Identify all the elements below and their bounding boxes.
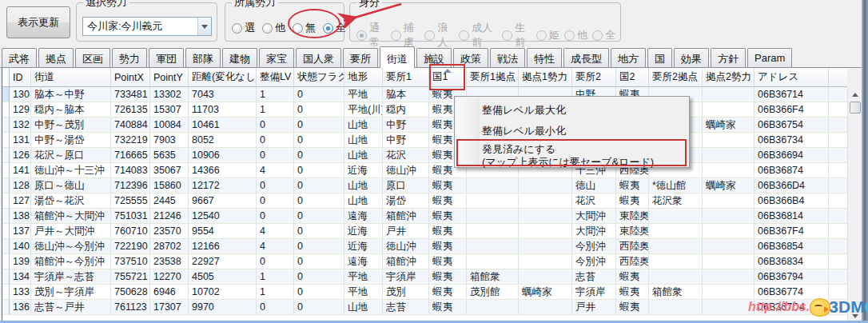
table-cell[interactable]: 12270 xyxy=(150,269,189,285)
table-cell[interactable] xyxy=(703,254,755,269)
table-cell[interactable]: 徳山沖～十三沖 xyxy=(31,163,111,178)
table-cell[interactable] xyxy=(703,285,755,300)
table-cell[interactable]: 箱館沖 xyxy=(383,254,429,269)
tab-武将[interactable]: 武将 xyxy=(2,48,37,67)
radio-option-選[interactable]: 選 xyxy=(232,21,255,35)
table-cell[interactable]: 0 xyxy=(257,209,294,224)
table-cell[interactable]: 7903 xyxy=(150,133,189,148)
table-cell[interactable]: 10702 xyxy=(189,285,257,300)
table-cell[interactable] xyxy=(703,87,755,102)
table-cell[interactable]: 穏内～脇本 xyxy=(31,102,111,118)
column-header-拠点1勢力[interactable]: 拠点1勢力 xyxy=(519,68,572,87)
table-cell[interactable]: 755721 xyxy=(111,269,150,285)
table-cell[interactable]: 06B36854 xyxy=(755,239,829,254)
radio-icon-他[interactable] xyxy=(262,23,273,34)
tab-地方[interactable]: 地方 xyxy=(611,48,646,67)
column-header-アドレス[interactable]: アドレス xyxy=(755,68,829,87)
tab-勢力[interactable]: 勢力 xyxy=(112,48,147,67)
table-cell[interactable]: 徳山沖 xyxy=(383,239,429,254)
table-cell[interactable]: 130 xyxy=(10,87,31,102)
menu-item-mark-discovered[interactable]: 発見済みにする(マップ上表示には要セーブ&ロード) xyxy=(482,142,686,169)
table-cell[interactable]: 15307 xyxy=(150,102,189,118)
table-cell[interactable]: 西陸奥 xyxy=(616,239,649,254)
table-cell[interactable]: 平地(川) xyxy=(344,102,383,118)
table-cell[interactable]: 12166 xyxy=(189,239,257,254)
row-header-cell[interactable] xyxy=(2,224,10,239)
tab-方針[interactable]: 方針 xyxy=(711,48,746,67)
table-cell[interactable]: 0 xyxy=(257,254,294,269)
table-cell[interactable]: 0 xyxy=(294,300,344,315)
refresh-button[interactable]: 表示更新 xyxy=(6,6,70,38)
table-cell[interactable]: 06B36814 xyxy=(755,209,829,224)
table-cell[interactable] xyxy=(649,239,703,254)
table-cell[interactable]: 近海 xyxy=(344,163,383,178)
table-cell[interactable]: 28702 xyxy=(150,239,189,254)
column-header-要所2拠点[interactable]: 要所2拠点 xyxy=(649,68,703,87)
table-cell[interactable]: 蝦夷 xyxy=(429,209,467,224)
table-cell[interactable]: 134 xyxy=(10,269,31,285)
table-cell[interactable]: 蝦夷 xyxy=(616,193,649,209)
table-cell[interactable]: 0 xyxy=(294,193,344,209)
table-cell[interactable]: 中野 xyxy=(383,118,429,133)
table-cell[interactable]: 平地 xyxy=(344,285,383,300)
table-cell[interactable]: 山地 xyxy=(344,133,383,148)
table-cell[interactable]: 0 xyxy=(257,148,294,163)
tab-特性[interactable]: 特性 xyxy=(527,48,562,67)
table-cell[interactable]: 山地 xyxy=(344,118,383,133)
table-cell[interactable]: 蝦夷 xyxy=(429,269,467,285)
table-cell[interactable]: 平地 xyxy=(344,87,383,102)
table-cell[interactable]: 06B367F4 xyxy=(755,224,829,239)
table-cell[interactable]: 蝦夷 xyxy=(616,178,649,193)
table-cell[interactable] xyxy=(519,239,572,254)
table-cell[interactable]: *徳山館 xyxy=(649,178,703,193)
table-cell[interactable]: 近海 xyxy=(344,224,383,239)
table-cell[interactable]: 遠海 xyxy=(344,254,383,269)
table-cell[interactable] xyxy=(649,224,703,239)
table-cell[interactable]: 今別沖 xyxy=(572,254,616,269)
table-cell[interactable] xyxy=(703,133,755,148)
table-cell[interactable]: 花沢 xyxy=(383,148,429,163)
table-cell[interactable] xyxy=(649,209,703,224)
radio-icon-無[interactable] xyxy=(293,23,303,34)
table-cell[interactable]: 戸井 xyxy=(572,300,616,315)
radio-option-無[interactable]: 無 xyxy=(293,21,316,35)
table-cell[interactable]: 06B366D4 xyxy=(755,178,829,193)
table-cell[interactable]: 0 xyxy=(294,163,344,178)
table-cell[interactable]: 大間沖 xyxy=(572,224,616,239)
table-cell[interactable]: 9554 xyxy=(189,224,257,239)
table-cell[interactable]: 06B36694 xyxy=(755,148,829,163)
table-cell[interactable]: 徳山 xyxy=(572,178,616,193)
table-cell[interactable]: 0 xyxy=(294,209,344,224)
table-cell[interactable]: 132 xyxy=(10,118,31,133)
table-cell[interactable]: 0 xyxy=(294,178,344,193)
table-cell[interactable]: 遠海 xyxy=(344,209,383,224)
table-cell[interactable]: 蝦夷 xyxy=(429,224,467,239)
table-cell[interactable]: 蝦夷 xyxy=(429,300,467,315)
column-header-状態フラグ?[interactable]: 状態フラグ? xyxy=(294,68,344,87)
table-cell[interactable]: 751031 xyxy=(111,209,150,224)
table-cell[interactable]: 茂別館 xyxy=(467,285,519,300)
table-cell[interactable]: 2445 xyxy=(150,193,189,209)
table-cell[interactable]: 徳山沖 xyxy=(383,163,429,178)
table-cell[interactable]: 21246 xyxy=(150,209,189,224)
table-cell[interactable]: 126 xyxy=(10,148,31,163)
table-cell[interactable] xyxy=(703,269,755,285)
row-header-cell[interactable] xyxy=(2,300,10,315)
table-cell[interactable]: 山地 xyxy=(344,178,383,193)
table-cell[interactable]: 4 xyxy=(257,163,294,178)
table-cell[interactable]: 138 xyxy=(10,209,31,224)
table-cell[interactable]: 蠣崎家 xyxy=(519,285,572,300)
table-cell[interactable]: 湯岱～花沢 xyxy=(31,193,111,209)
table-cell[interactable]: 9970 xyxy=(189,300,257,315)
table-cell[interactable] xyxy=(703,163,755,178)
table-cell[interactable]: 山地 xyxy=(344,148,383,163)
table-cell[interactable]: 原口 xyxy=(383,178,429,193)
table-cell[interactable]: 花沢 xyxy=(572,193,616,209)
table-cell[interactable]: 140 xyxy=(10,239,31,254)
faction-combobox[interactable]: 今川家:今川義元 xyxy=(82,17,212,36)
scroll-up-icon[interactable] xyxy=(849,88,862,101)
menu-item-maximize-maintenance-level[interactable]: 整備レベル最大化 xyxy=(482,100,686,121)
table-cell[interactable]: 宇須岸～志苔 xyxy=(31,269,111,285)
row-header-cell[interactable] xyxy=(2,254,10,269)
table-cell[interactable]: 725555 xyxy=(111,193,150,209)
